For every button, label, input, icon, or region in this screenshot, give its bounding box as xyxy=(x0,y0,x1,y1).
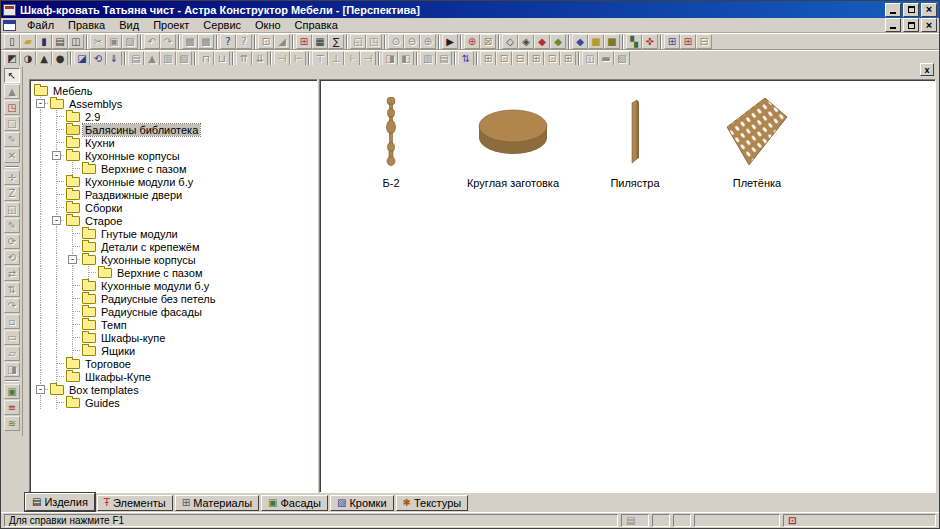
help-about-button[interactable]: ? xyxy=(220,34,236,49)
fit-width-button[interactable]: ⊣ xyxy=(274,51,290,66)
cell-right-button[interactable]: ⊡ xyxy=(544,51,560,66)
cell-middle-button[interactable]: ⊡ xyxy=(496,51,512,66)
tree-item-label[interactable]: Кухонные модули б.у xyxy=(83,176,195,188)
fence-button[interactable]: ▦ xyxy=(312,34,328,49)
tab-facades[interactable]: ▣Фасады xyxy=(261,495,328,511)
open-folder-button[interactable]: ▰ xyxy=(20,34,36,49)
tree-collapse-icon[interactable]: - xyxy=(52,216,61,225)
fit-height-button[interactable]: ⊢ xyxy=(290,51,306,66)
library-item-baluster[interactable]: Б-2 xyxy=(330,96,452,189)
snap-axis-button[interactable]: ⊕ xyxy=(464,34,480,49)
solid-cone-button[interactable]: ▲ xyxy=(36,51,52,66)
tree-item[interactable]: Торговое xyxy=(33,357,317,370)
joint-points-button[interactable]: ✜ xyxy=(642,34,658,49)
cell-left-button[interactable]: ⊞ xyxy=(528,51,544,66)
solid-sphere-button[interactable]: ● xyxy=(52,51,68,66)
panel-close-button[interactable]: x xyxy=(920,63,934,76)
mdi-document-icon[interactable] xyxy=(3,20,16,31)
tree-item[interactable]: Шкафы-Купе xyxy=(33,370,317,383)
select-pointer-button[interactable]: ↖ xyxy=(4,68,20,83)
align-group-4-button[interactable]: ▧ xyxy=(176,51,192,66)
distribute-2-button[interactable]: ⊔ xyxy=(214,51,230,66)
tree-item[interactable]: Ящики xyxy=(33,344,317,357)
solid-box-button[interactable]: ◩ xyxy=(4,51,20,66)
tree-item-label[interactable]: Старое xyxy=(83,215,124,227)
tree-item-label[interactable]: Балясины библиотека xyxy=(83,124,200,136)
tree-item-label[interactable]: Сборки xyxy=(83,202,124,214)
tree-item-label[interactable]: Assemblys xyxy=(67,98,124,110)
rotate-cw-button[interactable]: ⟳ xyxy=(4,234,20,249)
view-mode-1-button[interactable]: ▩ xyxy=(182,34,198,49)
tree-item-label[interactable]: Радиусные фасады xyxy=(99,306,204,318)
structure-tree-button[interactable]: ⊞ xyxy=(296,34,312,49)
draw-rectangle-button[interactable]: □ xyxy=(4,116,20,131)
move-z-button[interactable]: Z xyxy=(4,186,20,201)
tree-item[interactable]: Мебель xyxy=(33,84,317,97)
frame-multi-button[interactable]: ⊞ xyxy=(680,34,696,49)
tree-collapse-icon[interactable]: - xyxy=(36,99,45,108)
tree-item-label[interactable]: Кухонные корпусы xyxy=(99,254,198,266)
tree-item-label[interactable]: Детали с крепежём xyxy=(99,241,201,253)
tree-item[interactable]: Гнутые модули xyxy=(33,227,317,240)
tree-collapse-icon[interactable]: - xyxy=(68,255,77,264)
tree-collapse-icon[interactable]: - xyxy=(52,151,61,160)
mdi-restore-button[interactable] xyxy=(903,18,919,32)
tree-item-label[interactable]: Радиусные без петель xyxy=(99,293,217,305)
tree-item[interactable]: 2.9 xyxy=(33,110,317,123)
edit-contour-button[interactable]: ✎ xyxy=(4,218,20,233)
library-item-lattice[interactable]: Плетёнка xyxy=(696,96,818,189)
library-item-pilaster[interactable]: Пилястра xyxy=(574,96,696,189)
align-group-1-button[interactable]: ▤ xyxy=(128,51,144,66)
center-h-button[interactable]: ▥ xyxy=(420,51,436,66)
draw-pen-button[interactable]: ✎ xyxy=(4,132,20,147)
stack-up-button[interactable]: ⇈ xyxy=(236,51,252,66)
tree-item[interactable]: Верхние с пазом xyxy=(33,162,317,175)
swap-order-button[interactable]: ⇅ xyxy=(458,51,474,66)
tab-materials[interactable]: ⊞Материалы xyxy=(175,495,259,511)
tree-item-label[interactable]: Гнутые модули xyxy=(99,228,180,240)
rotate-ccw-button[interactable]: ⟲ xyxy=(4,250,20,265)
tree-item-label[interactable]: Кухонные модули б.у xyxy=(99,280,211,292)
tree-item-label[interactable]: Ящики xyxy=(99,345,137,357)
copy-button[interactable]: ▣ xyxy=(106,34,122,49)
menu-edit[interactable]: Правка xyxy=(61,18,112,32)
menu-service[interactable]: Сервис xyxy=(196,18,248,32)
pin-top-button[interactable]: ⊤ xyxy=(312,51,328,66)
tree-item[interactable]: Шкафы-купе xyxy=(33,331,317,344)
cell-bottom-button[interactable]: ⊟ xyxy=(512,51,528,66)
application-icon[interactable] xyxy=(3,4,16,16)
move-z-box-button[interactable]: ◱ xyxy=(4,202,20,217)
tree-item-label[interactable]: Темп xyxy=(99,319,129,331)
rotate-90-button[interactable]: ↷ xyxy=(4,298,20,313)
new-element-button[interactable]: ◳ xyxy=(4,100,20,115)
center-v-button[interactable]: ▤ xyxy=(436,51,452,66)
tree-item-label[interactable]: Guides xyxy=(83,397,122,409)
box-yellow-button[interactable]: ■ xyxy=(588,34,604,49)
tree-item[interactable]: -Box templates xyxy=(33,383,317,396)
tree-item[interactable]: Guides xyxy=(33,396,317,409)
paste-button[interactable]: ▨ xyxy=(122,34,138,49)
new-document-button[interactable]: ▯ xyxy=(4,34,20,49)
menu-view[interactable]: Вид xyxy=(112,18,146,32)
frame-blue-button[interactable]: ⊞ xyxy=(664,34,680,49)
slope-button[interactable]: ◢ xyxy=(274,34,290,49)
tab-products[interactable]: ▤Изделия xyxy=(25,493,95,511)
tree-item-label[interactable]: Шкафы-купе xyxy=(99,332,167,344)
cut-button[interactable]: ✂ xyxy=(90,34,106,49)
terrain-button[interactable]: ▲ xyxy=(4,84,20,99)
window-layout-2-button[interactable]: ◳ xyxy=(366,34,382,49)
properties-button[interactable]: ◨ xyxy=(4,362,20,377)
tree-item[interactable]: -Старое xyxy=(33,214,317,227)
cube-textured-button[interactable]: ◆ xyxy=(550,34,566,49)
restore-button[interactable] xyxy=(903,3,919,17)
zoom-in-button[interactable]: ⊕ xyxy=(420,34,436,49)
tree-item[interactable]: Балясины библиотека xyxy=(33,123,317,136)
select-face-button[interactable]: ◪ xyxy=(74,51,90,66)
tree-item[interactable]: -Кухонные корпусы xyxy=(33,149,317,162)
view-mode-2-button[interactable]: ▩ xyxy=(198,34,214,49)
pin-bottom-button[interactable]: ⊥ xyxy=(328,51,344,66)
edge-banding-button[interactable]: ≡ xyxy=(4,400,20,415)
button-face-button[interactable]: ⊡ xyxy=(258,34,274,49)
menu-file[interactable]: Файл xyxy=(20,18,61,32)
summary-button[interactable]: ∑ xyxy=(328,34,344,49)
